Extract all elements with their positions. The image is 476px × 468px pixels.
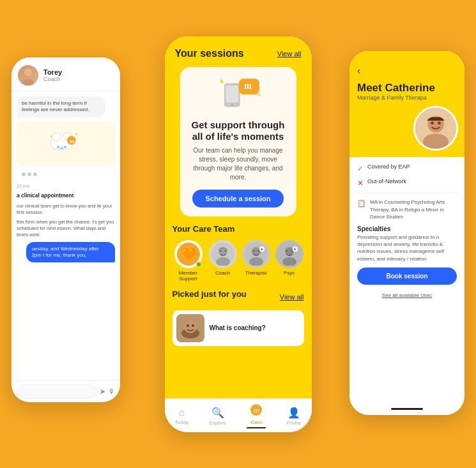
picked-title: Picked just for you: [173, 289, 247, 299]
therapist-label: Therapist: [245, 270, 266, 276]
right-content: ✓ Covered by EAP ✕ Out-of-Network 📋 MA i…: [349, 157, 464, 404]
svg-point-48: [423, 134, 449, 151]
view-all-picked[interactable]: View all: [280, 293, 304, 301]
therapist-avatar: +: [242, 240, 270, 268]
svg-text:m: m: [254, 406, 259, 414]
book-session-button[interactable]: Book session: [357, 268, 457, 285]
svg-point-21: [224, 250, 226, 252]
nav-care[interactable]: m Care: [247, 404, 266, 428]
coverage-eap: ✓ Covered by EAP: [357, 163, 457, 173]
online-indicator: [196, 262, 201, 267]
nav-explore[interactable]: 🔍 Explore: [209, 407, 226, 426]
svg-text:✦: ✦: [218, 77, 224, 86]
header-text: Torey Coach: [43, 68, 62, 82]
care-member-support[interactable]: 🧡 Member Support: [173, 240, 204, 282]
care-member-therapist[interactable]: + Therapist: [242, 240, 271, 282]
check-icon: ✓: [357, 164, 364, 173]
explore-icon: 🔍: [211, 407, 224, 419]
picked-thumbnail: [176, 314, 204, 342]
svg-text:m: m: [243, 80, 251, 91]
coach-avatar: [209, 240, 237, 268]
svg-point-26: [257, 250, 259, 252]
care-icon: m: [250, 404, 262, 418]
picked-section: Picked just for you View all: [173, 289, 304, 346]
sessions-title: Your sessions: [175, 48, 244, 59]
svg-point-33: [291, 250, 293, 252]
time-label: 15 min: [17, 184, 115, 188]
specialties-section: Specialties Providing support and guidan…: [357, 225, 457, 262]
svg-point-40: [192, 324, 194, 327]
svg-point-12: [231, 103, 233, 106]
picked-header: Picked just for you View all: [173, 289, 304, 305]
svg-text:+: +: [260, 246, 263, 252]
schedule-session-button[interactable]: Schedule a session: [192, 190, 283, 208]
psych-label: Psyc: [284, 270, 295, 276]
phones-container: Torey Coach be harmful in the long-term …: [0, 0, 476, 468]
nav-explore-label: Explore: [209, 420, 226, 426]
care-member-coach[interactable]: Coach: [208, 240, 238, 282]
coverage-oon: ✕ Out-of-Network: [357, 178, 457, 188]
nav-indicator: [247, 427, 266, 428]
svg-text:✦: ✦: [257, 92, 262, 98]
care-team-title: Your Care Team: [173, 224, 304, 234]
mic-icon[interactable]: 🎙: [108, 388, 115, 395]
svg-point-5: [64, 146, 66, 148]
back-button[interactable]: ‹: [349, 57, 464, 77]
phone-right: ‹ Meet Catherine Marriage & Family Thera…: [349, 51, 464, 415]
see-all-clinics[interactable]: See all available clinic: [357, 292, 457, 298]
user-role: Coach: [43, 76, 62, 82]
view-all-sessions[interactable]: View all: [277, 50, 302, 57]
specialties-text: Providing support and guidance to n depr…: [357, 234, 457, 262]
svg-text:m: m: [70, 139, 74, 144]
svg-point-1: [52, 132, 61, 141]
back-icon: ‹: [357, 65, 360, 76]
sessions-desc: Our team can help you manage stress, sle…: [189, 146, 288, 182]
svg-point-47: [438, 122, 441, 125]
sessions-card: m ✦ ✦ Get support through all of life's …: [180, 67, 296, 216]
bottom-nav: ⌂ Today 🔍 Explore m Care 👤 Profile: [165, 398, 312, 432]
user-name: Torey: [43, 68, 62, 76]
member-support-label: Member Support: [173, 270, 204, 282]
chat-bold-msg: a clinical appointment: [17, 192, 115, 199]
svg-text:+: +: [293, 246, 296, 252]
svg-point-3: [57, 146, 59, 148]
phone-center: Your sessions View all m ✦ ✦ Get support: [165, 36, 312, 432]
chat-content: be harmful in the long-term if feelings …: [12, 91, 120, 380]
nav-today[interactable]: ⌂ Today: [175, 407, 188, 425]
svg-point-32: [286, 250, 288, 252]
svg-point-39: [187, 324, 189, 327]
therapist-subtitle: Marriage & Family Therapa: [357, 94, 457, 101]
education-row: 📋 MA in Counseling Psycholog Arts Therap…: [357, 199, 457, 220]
profile-icon: 👤: [288, 407, 300, 419]
chat-header: Torey Coach: [12, 57, 120, 91]
chat-sub-msg: our clinical team get to know you and il…: [17, 203, 115, 216]
svg-point-46: [431, 122, 434, 125]
sessions-header: Your sessions View all: [165, 36, 312, 67]
phone-left: Torey Coach be harmful in the long-term …: [12, 57, 120, 402]
care-team-row: 🧡 Member Support: [173, 240, 304, 282]
specialties-title: Specialties: [357, 225, 457, 232]
book-icon: 📋: [357, 199, 366, 208]
picked-card[interactable]: What is coaching?: [173, 310, 304, 346]
care-member-psych[interactable]: + Psyc: [275, 240, 304, 282]
cross-icon: ✕: [357, 179, 364, 188]
chat-input[interactable]: [17, 384, 97, 398]
chat-user-bubble: uesday, and Wednesday after 2pm t for me…: [26, 242, 115, 263]
send-icon[interactable]: ➤: [100, 388, 105, 396]
nav-today-label: Today: [175, 419, 188, 425]
education-text: MA in Counseling Psycholog Arts Therapy,…: [370, 199, 457, 220]
nav-profile[interactable]: 👤 Profile: [287, 407, 302, 426]
oon-text: Out-of-Network: [367, 178, 406, 185]
right-header: Meet Catherine Marriage & Family Therapa: [349, 77, 464, 101]
svg-rect-11: [226, 86, 238, 103]
svg-point-20: [219, 250, 221, 252]
member-support-avatar: 🧡: [174, 240, 203, 268]
today-icon: ⌂: [178, 407, 185, 418]
divider: [357, 193, 457, 193]
coach-label: Coach: [215, 270, 230, 276]
nav-care-label: Care: [251, 419, 263, 425]
sessions-illustration: m ✦ ✦: [213, 76, 264, 114]
picked-item-text: What is coaching?: [210, 324, 266, 331]
chat-bubble: be harmful in the long-term if feelings …: [17, 96, 105, 117]
chat-illustration: m ✦ ✦: [17, 121, 115, 166]
